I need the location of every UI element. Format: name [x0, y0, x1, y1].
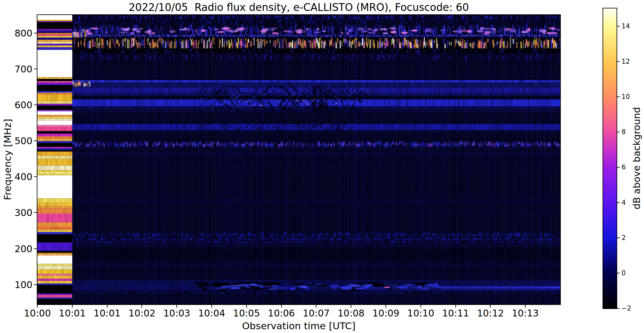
colorbar-tick-mark — [617, 167, 620, 168]
colorbar-tick-mark — [617, 238, 620, 238]
colorbar — [603, 8, 617, 309]
spectrogram-plot-area — [37, 14, 561, 305]
colorbar-tick-mark — [617, 308, 620, 309]
x-tick-label: 10:01 — [90, 308, 124, 319]
x-tick-mark — [386, 305, 386, 308]
colorbar-tick-mark — [617, 96, 620, 97]
x-tick-label: 10:10 — [404, 308, 438, 319]
colorbar-tick-mark — [617, 202, 620, 203]
x-tick-mark — [246, 305, 247, 308]
y-tick-mark — [34, 105, 37, 105]
x-tick-label: 10:06 — [264, 308, 299, 319]
figure-page: 2022/10/05 Radio flux density, e-CALLIST… — [0, 0, 644, 333]
x-tick-label: 10:00 — [20, 308, 55, 319]
colorbar-label: dB above background — [631, 107, 642, 209]
spectrogram-canvas — [37, 15, 560, 304]
x-tick-label: 10:07 — [299, 308, 333, 319]
x-tick-mark — [37, 305, 38, 308]
x-tick-label: 10:12 — [473, 308, 507, 319]
y-tick-label: 700 — [0, 63, 32, 74]
x-tick-label: 10:04 — [195, 308, 229, 319]
x-tick-mark — [107, 305, 108, 308]
colorbar-tick-mark — [617, 26, 620, 27]
y-tick-mark — [34, 212, 37, 213]
y-axis-label: Frequency [MHz] — [2, 119, 13, 200]
y-tick-mark — [34, 176, 37, 177]
x-tick-label: 10:03 — [160, 308, 194, 319]
colorbar-tick-mark — [617, 61, 620, 62]
x-tick-mark — [525, 305, 526, 308]
colorbar-tick-label: 0 — [622, 269, 626, 277]
chart-title: 2022/10/05 Radio flux density, e-CALLIST… — [37, 1, 561, 13]
x-tick-mark — [281, 305, 282, 308]
colorbar-tick-label: 12 — [622, 58, 630, 65]
x-tick-label: 10:13 — [508, 308, 542, 319]
x-tick-mark — [211, 305, 212, 308]
colorbar-tick-label: 14 — [622, 22, 630, 30]
y-tick-mark — [34, 69, 37, 69]
x-tick-label: 10:05 — [229, 308, 264, 319]
y-tick-label: 800 — [0, 27, 32, 38]
y-tick-mark — [34, 33, 37, 33]
y-tick-mark — [34, 284, 37, 285]
colorbar-tick-mark — [617, 273, 620, 273]
y-tick-label: 600 — [0, 99, 32, 110]
x-tick-mark — [421, 305, 421, 308]
x-axis-label: Observation time [UTC] — [37, 320, 561, 331]
x-tick-mark — [176, 305, 177, 308]
x-tick-mark — [316, 305, 316, 308]
x-tick-label: 10:08 — [334, 308, 368, 319]
colorbar-tick-label: −2 — [622, 305, 631, 312]
colorbar-tick-mark — [617, 132, 620, 132]
y-tick-mark — [34, 140, 37, 141]
x-tick-mark — [351, 305, 351, 308]
x-tick-mark — [490, 305, 491, 308]
y-tick-label: 100 — [0, 279, 32, 290]
x-tick-mark — [72, 305, 73, 308]
x-tick-mark — [455, 305, 456, 308]
x-tick-label: 10:02 — [125, 308, 159, 319]
colorbar-tick-label: 10 — [622, 93, 630, 100]
x-tick-label: 10:09 — [369, 308, 403, 319]
x-tick-label: 10:11 — [439, 308, 473, 319]
x-tick-mark — [142, 305, 142, 308]
y-tick-mark — [34, 248, 37, 249]
colorbar-tick-label: 8 — [622, 128, 626, 136]
colorbar-tick-label: 6 — [622, 164, 626, 171]
colorbar-tick-label: 2 — [622, 234, 626, 242]
x-tick-label: 10:01 — [55, 308, 89, 319]
colorbar-tick-label: 4 — [622, 199, 626, 206]
y-tick-label: 300 — [0, 207, 32, 218]
y-tick-label: 200 — [0, 243, 32, 254]
